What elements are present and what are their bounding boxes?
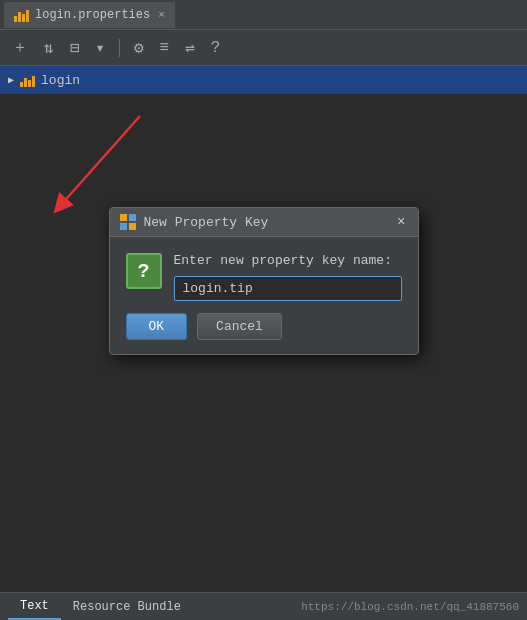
svg-line-1 [60,116,140,206]
list-button[interactable]: ≡ [156,37,174,59]
dialog-body: ? Enter new property key name: [110,237,418,313]
dialog-overlay: New Property Key × ? Enter new property … [0,66,527,556]
cancel-button[interactable]: Cancel [197,313,282,340]
help-button[interactable]: ? [207,37,225,59]
split-button[interactable]: ⇌ [181,36,199,60]
dropdown-button[interactable]: ▾ [91,36,109,60]
tab-close-button[interactable]: × [158,9,165,21]
new-property-key-dialog: New Property Key × ? Enter new property … [109,207,419,355]
dialog-prompt-text: Enter new property key name: [174,253,402,268]
dialog-close-button[interactable]: × [395,214,407,230]
properties-file-icon [14,8,29,22]
settings-button[interactable]: ⚙ [130,36,148,60]
svg-rect-3 [129,214,136,221]
tab-label: login.properties [35,8,150,22]
toolbar-divider-1 [119,39,120,57]
sort-button[interactable]: ⇅ [40,36,58,60]
toolbar: ＋ ⇅ ⊟ ▾ ⚙ ≡ ⇌ ? [0,30,527,66]
tree-item-login[interactable]: ▶ login [0,66,527,94]
svg-rect-5 [129,223,136,230]
status-tab-text[interactable]: Text [8,593,61,620]
tree-expand-arrow: ▶ [8,74,14,86]
dialog-content: Enter new property key name: [174,253,402,301]
tree-item-icon [20,73,35,87]
svg-rect-2 [120,214,127,221]
dialog-title-bar: New Property Key × [110,208,418,237]
status-bar: Text Resource Bundle https://blog.csdn.n… [0,592,527,620]
dialog-question-icon: ? [126,253,162,289]
ok-button[interactable]: OK [126,313,188,340]
tab-bar: login.properties × [0,0,527,30]
tree-item-label: login [41,73,80,88]
status-url: https://blog.csdn.net/qq_41887560 [301,601,519,613]
property-key-input[interactable] [174,276,402,301]
svg-rect-4 [120,223,127,230]
dialog-title-text: New Property Key [144,215,269,230]
tab-login-properties[interactable]: login.properties × [4,2,175,28]
tree-panel: ▶ login [0,66,527,556]
layout-button[interactable]: ⊟ [66,36,84,60]
dialog-title-left: New Property Key [120,214,269,230]
dialog-title-icon [120,214,136,230]
add-button[interactable]: ＋ [8,35,32,60]
dialog-buttons: OK Cancel [110,313,418,354]
status-tab-resource-bundle[interactable]: Resource Bundle [61,593,193,620]
